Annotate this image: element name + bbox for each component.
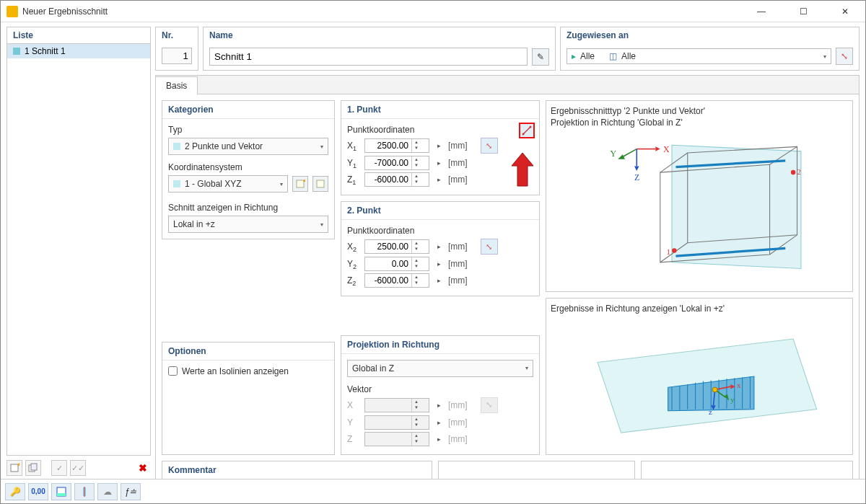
- preview-top: Ergebnisschnitttyp '2 Punkte und Vektor'…: [546, 100, 853, 292]
- p1-z-unit: [mm]: [448, 174, 468, 185]
- svg-line-7: [523, 127, 530, 134]
- cs-new-button[interactable]: ★: [292, 176, 308, 192]
- status-decimal-icon[interactable]: 0,00: [28, 483, 48, 500]
- p1-z-menu[interactable]: ▸: [434, 176, 444, 183]
- cs-label: Koordinatensystem: [168, 162, 328, 172]
- p1-y-input[interactable]: ▲▼: [364, 156, 429, 170]
- preview1-line2: Projektion in Richtung 'Global in Z': [551, 117, 848, 128]
- p2-z-sub: 2: [352, 280, 356, 287]
- maximize-button[interactable]: ☐: [789, 6, 818, 17]
- svg-text:x: x: [737, 381, 741, 390]
- svg-text:Z: Z: [634, 172, 639, 182]
- vec-z-unit: [mm]: [448, 434, 468, 444]
- svg-point-20: [672, 249, 677, 254]
- p2-z-menu[interactable]: ▸: [434, 277, 444, 284]
- app-icon: [6, 6, 18, 17]
- check-button[interactable]: ✓: [51, 460, 67, 476]
- p2-x-menu[interactable]: ▸: [434, 243, 444, 250]
- point1-header: 1. Punkt: [341, 101, 539, 119]
- attention-arrow: [512, 153, 533, 190]
- list-item[interactable]: 1 Schnitt 1: [7, 44, 150, 58]
- vec-x-unit: [mm]: [448, 400, 468, 410]
- delete-button[interactable]: ✖: [135, 460, 151, 476]
- p2-z-input[interactable]: ▲▼: [364, 273, 429, 288]
- p2-y-lbl: Y: [347, 259, 353, 269]
- p1-x-lbl: X: [347, 141, 353, 151]
- copy-button[interactable]: [25, 460, 41, 476]
- status-function-icon[interactable]: ƒ≐: [121, 483, 141, 500]
- svg-marker-25: [655, 147, 660, 152]
- pick-objects-button[interactable]: ⤡: [836, 48, 853, 65]
- p1-x-unit: [mm]: [448, 141, 468, 151]
- svg-text:X: X: [663, 144, 670, 154]
- p1-z-input[interactable]: ▲▼: [364, 172, 429, 187]
- preview1-caption: Ergebnisschnitttyp '2 Punkte und Vektor'…: [551, 105, 848, 128]
- dir-value: Lokal in +z: [173, 219, 215, 229]
- dialog-window: Neuer Ergebnisschnitt — ☐ ✕ Liste 1 Schn…: [0, 0, 866, 504]
- cs-edit-button[interactable]: [312, 176, 328, 192]
- p2-x-sub: 2: [353, 246, 357, 253]
- assign-value-2: Alle: [621, 51, 636, 61]
- svg-rect-57: [57, 493, 66, 496]
- svg-point-55: [712, 388, 717, 393]
- preview2-svg: x y z: [551, 314, 848, 449]
- two-points-mode-button[interactable]: [519, 123, 535, 138]
- options-group: Optionen Werte an Isolinien anzeigen: [162, 342, 335, 455]
- new-button[interactable]: ★: [6, 460, 22, 476]
- vec-y-menu: ▸: [434, 419, 444, 426]
- status-cloud-icon[interactable]: ☁: [97, 483, 118, 500]
- vector-label: Vektor: [347, 384, 533, 394]
- vec-y-unit: [mm]: [448, 417, 468, 428]
- p2-pick-button[interactable]: ⤡: [481, 239, 498, 255]
- p1-y-menu[interactable]: ▸: [434, 159, 444, 167]
- categories-group: Kategorien Typ 2 Punkte und Vektor ▾ Koo…: [162, 100, 335, 239]
- tab-basis[interactable]: Basis: [156, 76, 198, 94]
- svg-text:★: ★: [17, 463, 19, 468]
- vec-x-lbl: X: [347, 400, 360, 410]
- p1-x-menu[interactable]: ▸: [434, 142, 444, 149]
- list-header-panel: Liste: [6, 27, 151, 44]
- p1-y-unit: [mm]: [448, 158, 468, 168]
- status-help-icon[interactable]: 🔑: [5, 483, 25, 500]
- point2-header: 2. Punkt: [341, 202, 539, 220]
- type-combo[interactable]: 2 Punkte und Vektor ▾: [168, 138, 328, 155]
- point2-group: 2. Punkt Punktkoordinaten X2 ▲▼ ▸ [mm] ⤡: [341, 201, 540, 296]
- p1-x-input[interactable]: ▲▼: [364, 138, 429, 153]
- name-input[interactable]: [209, 48, 528, 66]
- svg-marker-10: [512, 153, 533, 186]
- cs-combo[interactable]: 1 - Global XYZ ▾: [168, 175, 288, 193]
- assign-combo[interactable]: ▸Alle ◫Alle ▾: [567, 48, 831, 64]
- preview1-line1: Ergebnisschnitttyp '2 Punkte und Vektor': [551, 105, 848, 117]
- close-button[interactable]: ✕: [831, 6, 860, 17]
- iso-checkbox[interactable]: [168, 366, 178, 376]
- p2-y-input[interactable]: ▲▼: [364, 257, 429, 271]
- dir-combo[interactable]: Lokal in +z ▾: [168, 216, 328, 233]
- vec-z-input: ▲▼: [364, 432, 429, 446]
- list-item-swatch: [13, 48, 20, 55]
- p2-y-menu[interactable]: ▸: [434, 260, 444, 268]
- list-area[interactable]: 1 Schnitt 1: [6, 44, 151, 456]
- iso-checkbox-row[interactable]: Werte an Isolinien anzeigen: [168, 366, 328, 376]
- vec-x-menu: ▸: [434, 402, 444, 409]
- minimize-button[interactable]: —: [747, 6, 776, 17]
- status-section-icon[interactable]: [74, 483, 95, 500]
- vec-z-menu: ▸: [434, 436, 444, 443]
- projection-combo[interactable]: Global in Z ▾: [347, 360, 533, 377]
- assign-panel: Zugewiesen an ▸Alle ◫Alle ▾ ⤡: [560, 27, 860, 71]
- edit-name-button[interactable]: ✎: [532, 48, 549, 66]
- type-label: Typ: [168, 125, 328, 135]
- check-all-button[interactable]: ✓✓: [70, 460, 86, 476]
- iso-label: Werte an Isolinien anzeigen: [182, 366, 289, 376]
- number-input[interactable]: [162, 48, 192, 64]
- status-layer-icon[interactable]: [51, 483, 71, 500]
- vec-x-input: ▲▼: [364, 398, 429, 412]
- point2-coord-label: Punktkoordinaten: [347, 226, 533, 236]
- p2-y-sub: 2: [353, 263, 357, 270]
- cs-value: 1 - Global XYZ: [185, 179, 242, 189]
- svg-point-8: [522, 133, 525, 136]
- number-panel: Nr.: [155, 27, 198, 71]
- p1-y-sub: 1: [353, 162, 357, 169]
- p2-x-input[interactable]: ▲▼: [364, 239, 429, 254]
- p1-pick-button[interactable]: ⤡: [481, 138, 498, 154]
- svg-point-9: [530, 126, 532, 128]
